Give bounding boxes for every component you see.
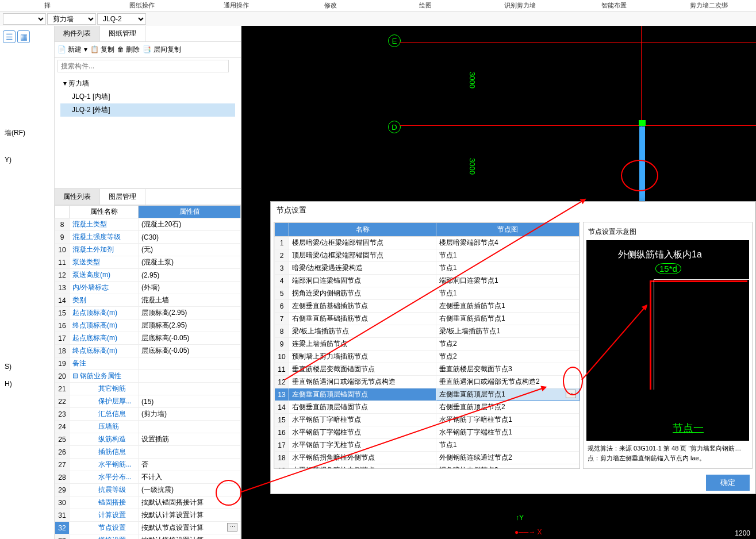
btn-layercopy[interactable]: 📑 层间复制 [143,45,181,55]
ellipsis-button[interactable]: ⋯ [566,390,576,398]
node-row[interactable]: 8梁/板上墙插筋节点梁/板上墙插筋节点1 [275,325,580,338]
property-row[interactable]: 11泵送类型(混凝土泵) [55,256,241,269]
property-row[interactable]: 12泵送高度(m)(2.95) [55,269,241,282]
axis-label-d: D [388,121,401,133]
menu-item[interactable]: 识别剪力墙 [473,1,567,10]
node-settings-dialog: 节点设置 名称节点图 1楼层暗梁/边框梁端部锚固节点楼层暗梁端部节点42顶层暗梁… [270,201,756,494]
menu-item[interactable]: 剪力墙二次绑 [662,1,756,10]
property-row[interactable]: 10混凝土外加剂(无) [55,244,241,256]
node-row[interactable]: 12垂直钢筋遇洞口或端部无节点构造垂直筋遇洞口或端部无节点构造2 [275,376,580,388]
axis-indicator: ↑Y ●──→ X [515,528,542,536]
menu-item[interactable]: 智能布置 [567,1,661,10]
property-row[interactable]: 33搭接设置按默认搭接设置计算 [55,534,241,540]
property-row[interactable]: 8混凝土类型(混凝土20石) [55,218,241,231]
node-row[interactable]: 5拐角连梁内侧钢筋节点节点1 [275,287,580,300]
node-row[interactable]: 19水平钢筋拐角暗柱内侧节点拐角暗柱内侧节点3 [275,464,580,469]
axis-label-e: E [388,34,401,47]
col-node-diagram: 节点图 [436,223,580,237]
node-row[interactable]: 11垂直筋楼层变截面锚固节点垂直筋楼层变截面节点3 [275,363,580,376]
dialog-title: 节点设置 [271,202,755,219]
menu-item[interactable]: 通用操作 [189,1,283,10]
property-row[interactable]: 30锚固搭接按默认锚固搭接计算 [55,496,241,509]
node-table: 名称节点图 1楼层暗梁/边框梁端部锚固节点楼层暗梁端部节点42顶层暗梁/边框梁端… [274,222,580,469]
selector-type[interactable]: 剪力墙 [47,13,96,25]
property-row[interactable]: 15起点顶标高(m)层顶标高(2.95) [55,307,241,319]
top-menu-bar: 择 图纸操作 通用操作 修改 绘图 识别剪力墙 智能布置 剪力墙二次绑 [0,0,756,11]
property-row[interactable]: 23汇总信息(剪力墙) [55,408,241,421]
property-row[interactable]: 22保护层厚...(15) [55,395,241,408]
node-row[interactable]: 18水平钢筋拐角暗柱外侧节点外侧钢筋连续通过节点2 [275,452,580,464]
property-row[interactable]: 21其它钢筋 [55,383,241,395]
coordinate-readout: 1200 [735,529,750,537]
property-row[interactable]: 17起点底标高(m)层底标高(-0.05) [55,332,241,345]
ellipsis-button[interactable]: ⋯ [227,523,237,532]
tree-root[interactable]: ▾ 剪力墙 [60,77,235,90]
nav-item[interactable]: S) [0,361,54,372]
node-row[interactable]: 16水平钢筋丁字端柱节点水平钢筋丁字端柱节点1 [275,426,580,439]
node-preview-panel: 节点设置示意图 外侧纵筋锚入板内1a 15*d 节点一 规范算法：来源 03G1… [583,222,753,469]
nav-item[interactable]: 墙(RF) [0,126,54,140]
property-row[interactable]: 16终点顶标高(m)层顶标高(2.95) [55,319,241,332]
node-row[interactable]: 1楼层暗梁/边框梁端部锚固节点楼层暗梁端部节点4 [275,237,580,249]
node-row[interactable]: 10预制墙上剪力墙插筋节点节点2 [275,351,580,363]
menu-item[interactable]: 修改 [283,1,378,10]
tab-layers[interactable]: 图层管理 [100,189,145,205]
property-row[interactable]: 19备注 [55,357,241,370]
preview-diagram: 外侧纵筋锚入板内1a 15*d 节点一 [586,240,749,441]
property-row[interactable]: 14类别混凝土墙 [55,294,241,307]
nav-item[interactable]: Y) [0,154,54,165]
property-row[interactable]: 20⊟ 钢筋业务属性 [55,370,241,383]
list-view-icon[interactable]: ☰ [3,30,16,43]
tab-properties[interactable]: 属性列表 [55,189,100,205]
menu-item[interactable]: 图纸操作 [94,1,189,10]
node-row[interactable]: 14右侧垂直筋顶层锚固节点右侧垂直筋顶层节点2 [275,401,580,414]
node-row[interactable]: 7右侧垂直筋基础插筋节点右侧垂直筋插筋节点1 [275,313,580,325]
btn-new[interactable]: 📄 新建 ▾ [57,45,87,55]
preview-note: 规范算法：来源 03G101-1 第 48 页 "剪力墙竖向钢筋… 点：剪力墙左… [586,441,749,465]
handle-icon[interactable] [639,120,646,126]
property-row[interactable]: 31计算设置按默认计算设置计算 [55,509,241,522]
nav-item[interactable]: H) [0,378,54,390]
btn-delete[interactable]: 🗑 删除 [117,45,140,55]
col-node-name: 名称 [289,223,436,237]
property-row[interactable]: 32节点设置按默认节点设置计算⋯ [55,522,241,534]
property-panel: 属性列表 图层管理 属性名称属性值 8混凝土类型(混凝土20石)9混凝土强度等级… [55,188,241,539]
tree-item-selected[interactable]: JLQ-2 [外墙] [60,103,235,117]
property-row[interactable]: 28水平分布...不计入 [55,471,241,484]
node-row[interactable]: 17水平钢筋丁字无柱节点节点1 [275,439,580,452]
dimension-label: 3000 [468,72,477,88]
node-row[interactable]: 6左侧垂直筋基础插筋节点左侧垂直筋插筋节点1 [275,300,580,313]
node-row[interactable]: 2顶层暗梁/边框梁端部锚固节点节点1 [275,249,580,262]
node-row[interactable]: 13左侧垂直筋顶层锚固节点左侧垂直筋顶层节点1⋯ [275,388,580,401]
preview-title: 节点设置示意图 [586,225,749,238]
property-row[interactable]: 25纵筋构造设置插筋 [55,433,241,446]
menu-item[interactable]: 绘图 [378,1,473,10]
property-row[interactable]: 18终点底标高(m)层底标高(-0.05) [55,345,241,357]
tree-item[interactable]: JLQ-1 [内墙] [60,90,235,103]
property-row[interactable]: 13内/外墙标志(外墙) [55,282,241,294]
wall-element[interactable] [639,126,645,204]
node-row[interactable]: 15水平钢筋丁字暗柱节点水平钢筋丁字暗柱节点1 [275,414,580,426]
ok-button[interactable]: 确定 [706,475,750,491]
selector-a[interactable] [3,13,46,25]
search-input[interactable] [57,60,229,72]
node-label: 节点一 [673,421,704,435]
property-row[interactable]: 29抗震等级(一级抗震) [55,484,241,496]
node-row[interactable]: 4端部洞口连梁锚固节点端部洞口连梁节点1 [275,275,580,287]
col-name: 属性名称 [70,206,139,218]
component-panel: 构件列表 图纸管理 📄 新建 ▾ 📋 复制 🗑 删除 📑 层间复制 ▾ 剪力墙 … [55,26,241,539]
tab-component-list[interactable]: 构件列表 [55,26,100,41]
selector-component[interactable]: JLQ-2 [97,13,146,25]
node-row[interactable]: 3暗梁/边框梁遇连梁构造节点1 [275,262,580,275]
property-row[interactable]: 27水平钢筋...否 [55,459,241,471]
selector-bar: 剪力墙 JLQ-2 [0,11,756,26]
tab-drawing-mgmt[interactable]: 图纸管理 [100,26,145,41]
node-row[interactable]: 9连梁上墙插筋节点节点2 [275,338,580,351]
property-row[interactable]: 26插筋信息 [55,446,241,459]
menu-item[interactable]: 择 [0,1,94,10]
property-row[interactable]: 24压墙筋 [55,421,241,433]
component-tree: ▾ 剪力墙 JLQ-1 [内墙] JLQ-2 [外墙] [55,74,241,120]
btn-copy[interactable]: 📋 复制 [90,45,114,55]
grid-view-icon[interactable]: ▦ [17,30,30,43]
property-row[interactable]: 9混凝土强度等级(C30) [55,231,241,244]
